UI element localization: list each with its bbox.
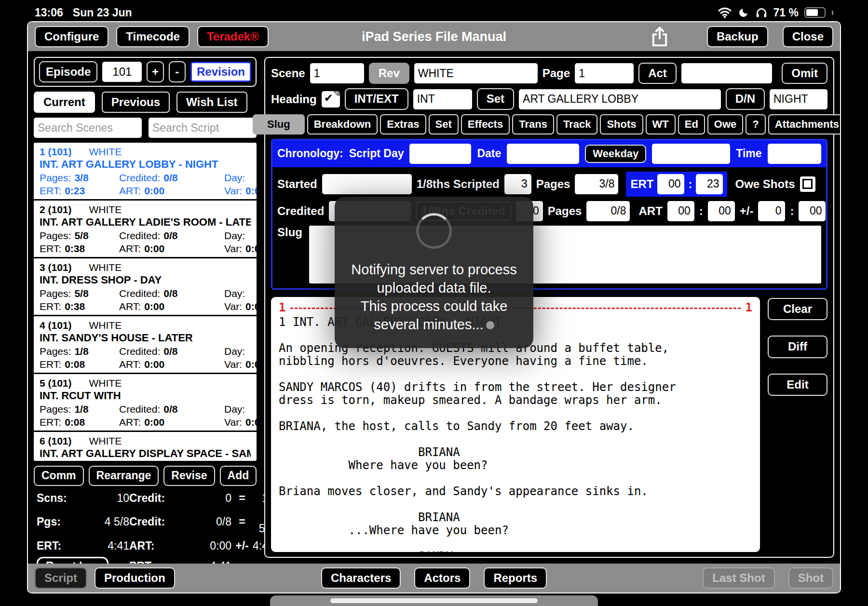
scene-list-item-6[interactable]: 6 (101) WHITE INT. ART GALLERY DISPLAY S… <box>34 432 257 461</box>
day-night-input[interactable] <box>770 89 827 109</box>
credited-label: Credited: <box>119 288 160 299</box>
script-text[interactable]: 1 INT. ART GALLERY LOBBY - NIGHT An open… <box>279 316 752 552</box>
owe-shots-checkbox[interactable] <box>800 176 815 192</box>
toolbar-right-group: Backup Close <box>649 26 833 48</box>
heading-checkbox[interactable]: ✔ ✎ <box>322 91 340 108</box>
tab-breakdown[interactable]: Breakdown <box>307 114 378 135</box>
set-input[interactable] <box>519 89 721 109</box>
set-button[interactable]: Set <box>477 88 514 109</box>
battery-percent: 71 % <box>773 6 799 19</box>
episode-button[interactable]: Episode <box>39 61 97 82</box>
pages-scripted-input[interactable] <box>575 174 618 194</box>
backup-button[interactable]: Backup <box>707 26 768 47</box>
clear-button[interactable]: Clear <box>768 298 827 320</box>
weekday-button[interactable]: Weekday <box>585 145 646 163</box>
search-scenes-input[interactable] <box>34 118 142 138</box>
eighths-scripted-input[interactable] <box>504 174 531 194</box>
tab-wt[interactable]: WT <box>646 114 676 135</box>
page-number-input[interactable] <box>575 63 634 83</box>
plus-minus-hours-input[interactable] <box>758 201 785 221</box>
revise-button[interactable]: Revise <box>163 466 215 485</box>
search-script-input[interactable] <box>149 118 257 138</box>
owe-shots-label: Owe Shots <box>735 177 795 191</box>
started-input[interactable] <box>322 174 412 194</box>
tab-track[interactable]: Track <box>556 114 598 135</box>
production-nav-button[interactable]: Production <box>95 567 175 589</box>
rearrange-button[interactable]: Rearrange <box>89 466 159 485</box>
art-colon: : <box>699 204 703 218</box>
script-nav-button[interactable]: Script <box>35 567 87 589</box>
episode-number-input[interactable] <box>102 62 142 82</box>
credited-value: 0/8 <box>163 288 177 299</box>
pages-credited-input[interactable] <box>586 201 630 221</box>
var-label: Var: <box>224 243 242 254</box>
add-button[interactable]: Add <box>220 466 257 485</box>
shot-button[interactable]: Shot <box>788 567 833 589</box>
plus-minus-minutes-input[interactable] <box>799 201 826 221</box>
act-button[interactable]: Act <box>638 63 677 84</box>
timecode-button[interactable]: Timecode <box>116 26 190 47</box>
tab-slug[interactable]: Slug <box>253 114 305 135</box>
script-day-input[interactable] <box>409 144 471 164</box>
ert-hours-input[interactable] <box>657 174 684 194</box>
bottom-center-group: Characters Actors Reports <box>321 567 547 589</box>
tab-wish-list[interactable]: Wish List <box>176 92 247 113</box>
art-hours-input[interactable] <box>667 201 694 221</box>
share-upload-icon[interactable] <box>649 26 670 48</box>
date-input[interactable] <box>507 144 579 164</box>
home-indicator[interactable] <box>330 598 538 603</box>
tab-attachments[interactable]: Attachments <box>768 114 840 135</box>
reports-button[interactable]: Reports <box>484 567 547 589</box>
teradek-button[interactable]: Teradek® <box>197 26 269 47</box>
battery-nub <box>832 11 833 15</box>
bottom-right-group: Last Shot Shot <box>703 567 833 589</box>
rev-color-input[interactable] <box>414 63 538 83</box>
reset-log-button[interactable]: Reset Log <box>37 557 108 564</box>
comm-button[interactable]: Comm <box>34 466 84 485</box>
scene-number-input[interactable] <box>310 63 364 83</box>
scene-list[interactable]: 1 (101) WHITE INT. ART GALLERY LOBBY - N… <box>34 143 257 461</box>
scene-list-item-5[interactable]: 5 (101) WHITE INT. RCUT WITH Pages:1/8 C… <box>34 374 257 432</box>
scene-title: INT. SANDY'S HOUSE - LATER <box>40 332 251 344</box>
int-ext-button[interactable]: INT/EXT <box>345 88 408 109</box>
tab-owe[interactable]: Owe <box>707 114 743 135</box>
act-input[interactable] <box>681 63 772 83</box>
tab-ed[interactable]: Ed <box>678 114 705 135</box>
day-night-button[interactable]: D/N <box>726 88 765 109</box>
weekday-input[interactable] <box>652 144 730 164</box>
ert-minutes-input[interactable] <box>696 174 723 194</box>
scene-list-item-1[interactable]: 1 (101) WHITE INT. ART GALLERY LOBBY - N… <box>34 143 257 201</box>
last-shot-button[interactable]: Last Shot <box>703 567 774 589</box>
int-ext-input[interactable] <box>413 89 472 109</box>
edit-button[interactable]: Edit <box>768 374 827 396</box>
top-toolbar: Configure Timecode Teradek® iPad Series … <box>28 22 840 51</box>
art-minutes-input[interactable] <box>708 201 735 221</box>
revision-button[interactable]: Revision <box>190 62 251 82</box>
art-value: 0:00 <box>144 359 164 370</box>
tab-help[interactable]: ? <box>746 114 765 135</box>
tab-effects[interactable]: Effects <box>461 114 510 135</box>
time-input[interactable] <box>768 144 821 164</box>
tab-trans[interactable]: Trans <box>512 114 554 135</box>
episode-plus-button[interactable]: + <box>147 61 163 82</box>
characters-button[interactable]: Characters <box>321 567 401 589</box>
omit-button[interactable]: Omit <box>782 63 827 84</box>
tab-set[interactable]: Set <box>429 114 459 135</box>
scene-stats-row-2: ERT:0:08 ART:0:00 Var:0:00 <box>40 416 251 428</box>
tab-current[interactable]: Current <box>34 92 95 113</box>
episode-minus-button[interactable]: - <box>169 61 186 82</box>
scene-rev-color: WHITE <box>89 377 122 389</box>
scene-list-item-4[interactable]: 4 (101) WHITE INT. SANDY'S HOUSE - LATER… <box>34 316 257 374</box>
diff-button[interactable]: Diff <box>768 336 827 358</box>
tab-extras[interactable]: Extras <box>380 114 426 135</box>
close-button[interactable]: Close <box>783 26 833 47</box>
scene-list-item-3[interactable]: 3 (101) WHITE INT. DRESS SHOP - DAY Page… <box>34 258 257 316</box>
tab-previous[interactable]: Previous <box>102 92 170 113</box>
script-side-buttons: Clear Diff Edit <box>768 297 827 552</box>
actors-button[interactable]: Actors <box>414 567 470 589</box>
configure-button[interactable]: Configure <box>35 26 108 47</box>
scene-list-item-2[interactable]: 2 (101) WHITE INT. ART GALLERY LADIE'S R… <box>34 201 257 258</box>
tab-shots[interactable]: Shots <box>600 114 643 135</box>
rev-button[interactable]: Rev <box>369 63 409 84</box>
day-stat: Day: <box>224 403 251 415</box>
